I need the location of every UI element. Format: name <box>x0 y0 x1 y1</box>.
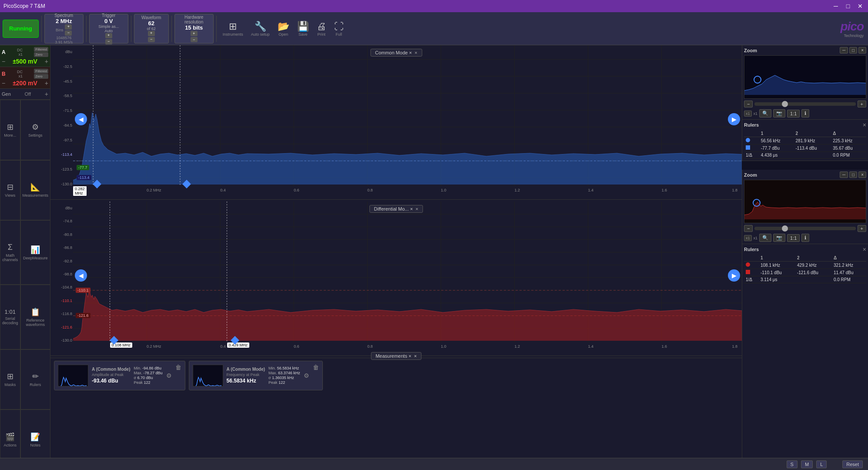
tool-serial-decoding[interactable]: 1:01 Serial decoding <box>0 285 20 349</box>
spectrum-plus[interactable]: + <box>65 24 72 30</box>
zoom-bottom-ratio[interactable]: 1:1 <box>787 234 800 242</box>
zoom-bottom-slider-thumb[interactable] <box>782 225 788 232</box>
views-icon: ⊟ <box>7 182 13 192</box>
tool-rulers[interactable]: ✏ Rulers <box>20 349 51 410</box>
zoom-bottom-camera[interactable]: 📷 <box>773 234 785 242</box>
spectrum-minus[interactable]: − <box>65 30 72 36</box>
waveform-group: Waveform 62 of 62 + − <box>134 14 169 44</box>
top-nav-left[interactable]: ◀ <box>75 113 87 125</box>
status-s-button[interactable]: S <box>787 460 798 468</box>
zoom-top-close[interactable]: × <box>858 47 866 54</box>
close-button[interactable]: ✕ <box>856 3 865 10</box>
status-l-button[interactable]: L <box>816 460 827 468</box>
tool-more[interactable]: ⊞ More... <box>0 100 20 160</box>
zoom-top-slider-thumb[interactable] <box>782 101 788 107</box>
instruments-button[interactable]: ⊞ Instruments <box>219 19 247 38</box>
trigger-plus[interactable]: + <box>105 33 112 38</box>
top-panel-close[interactable]: × <box>415 50 417 55</box>
save-button[interactable]: 💾 Save <box>294 19 312 38</box>
top-x-axis: 0.2 MHz 0.4 0.6 0.8 1.0 1.2 1.4 1.6 1.8 <box>73 186 742 198</box>
meas-gear-2[interactable]: ⚙ <box>304 372 309 379</box>
rulers-top: Rulers × 1 2 Δ 56.56 kHz 281.9 k <box>742 120 868 161</box>
bottom-nav-right[interactable]: ▶ <box>728 269 740 282</box>
measurements-bar-text: Measurements × <box>375 353 411 359</box>
tool-settings[interactable]: ⚙ Settings <box>20 100 51 160</box>
zoom-top-info[interactable]: ℹ <box>801 109 809 118</box>
channel-a-plus[interactable]: + <box>45 58 48 65</box>
channel-b-zero: Zero <box>34 74 48 79</box>
math-icon: Σ <box>8 243 13 252</box>
measurements-bar-close[interactable]: × <box>414 353 416 359</box>
zoom-top-search[interactable]: 🔍 <box>759 109 771 118</box>
zoom-bottom-minus[interactable]: − <box>744 225 753 232</box>
notes-icon: 📝 <box>30 432 40 442</box>
zoom-bottom-close[interactable]: × <box>858 171 866 178</box>
open-button[interactable]: 📂 Open <box>274 19 293 38</box>
zoom-bottom-search[interactable]: 🔍 <box>759 234 771 242</box>
channel-a-minus[interactable]: − <box>2 58 5 65</box>
minimize-button[interactable]: ─ <box>831 3 840 10</box>
zoom-top-maximize[interactable]: □ <box>849 47 857 54</box>
trigger-minus[interactable]: − <box>105 39 112 44</box>
maximize-button[interactable]: □ <box>844 3 852 10</box>
meas-gear-1[interactable]: ⚙ <box>166 372 172 379</box>
bottom-panel-close[interactable]: × <box>416 206 418 212</box>
running-button[interactable]: Running <box>3 20 39 38</box>
bx-tick-0: 0.2 MHz <box>147 344 161 349</box>
save-icon: 💾 <box>297 21 309 32</box>
top-nav-right[interactable]: ▶ <box>728 113 740 125</box>
zoom-top-minimize[interactable]: ─ <box>840 47 848 54</box>
reset-button[interactable]: Reset <box>842 460 863 468</box>
rulers-top-col2: 2 <box>794 130 831 137</box>
meas-trash-2[interactable]: 🗑 <box>313 364 319 371</box>
zoom-bottom-maximize[interactable]: □ <box>849 171 857 178</box>
zoom-top-ratio[interactable]: 1:1 <box>787 110 800 118</box>
save-label: Save <box>298 32 308 37</box>
channel-a-voltage: ±500 mV <box>13 58 37 65</box>
zoom-bottom-slider[interactable] <box>754 227 855 230</box>
channel-b-plus[interactable]: + <box>45 80 48 87</box>
waveform-plus[interactable]: + <box>148 31 155 36</box>
tool-measurements[interactable]: 📐 Measurements <box>20 160 51 221</box>
x-tick-8: 1.8 <box>732 188 737 192</box>
tool-deepmeasure[interactable]: 📊 DeepMeasure <box>20 220 51 285</box>
zoom-top-plus[interactable]: + <box>858 101 866 107</box>
zoom-bottom-plus[interactable]: + <box>858 225 866 232</box>
zoom-top-camera[interactable]: 📷 <box>773 109 785 118</box>
logo-area: pico Technology <box>840 20 864 38</box>
zoom-top-x1-label[interactable]: x1 <box>744 111 752 117</box>
bottom-db-marker-1: -110.1 <box>76 288 90 293</box>
channel-b-coupling: DC <box>17 70 23 74</box>
zoom-bottom-info[interactable]: ℹ <box>801 234 809 242</box>
auto-setup-button[interactable]: 🔧 Auto setup <box>248 19 273 38</box>
hardware-minus[interactable]: − <box>191 37 198 42</box>
gen-plus[interactable]: + <box>45 91 48 97</box>
bottom-nav-left[interactable]: ◀ <box>75 269 87 282</box>
top-panel-label-text: Common Mode × <box>375 50 412 55</box>
rulers-bottom-close[interactable]: × <box>863 246 866 253</box>
status-m-button[interactable]: M <box>801 460 813 468</box>
y-tick-9: -130.0 <box>51 182 72 186</box>
zoom-bottom-minimize[interactable]: ─ <box>840 171 848 178</box>
masks-icon: ⊞ <box>7 372 13 381</box>
separator-2 <box>86 16 87 42</box>
meas-trash-1[interactable]: 🗑 <box>175 364 181 371</box>
zoom-top-svg <box>744 56 866 98</box>
zoom-bottom-x1-label[interactable]: x1 <box>744 235 752 241</box>
rulers-top-row3-v2: 0.0 RPM <box>831 152 866 159</box>
pico-sub: Technology <box>844 34 864 38</box>
zoom-top-slider[interactable] <box>754 102 855 106</box>
tool-math-channels[interactable]: Σ Math channels <box>0 220 20 285</box>
tool-masks[interactable]: ⊞ Masks <box>0 349 20 410</box>
instruments-label: Instruments <box>223 32 243 37</box>
by-tick-9: -121.6 <box>51 325 72 329</box>
full-button[interactable]: ⛶ Full <box>331 19 347 38</box>
channel-b-minus[interactable]: − <box>2 80 5 87</box>
waveform-minus[interactable]: − <box>148 37 155 42</box>
tool-reference-waveforms[interactable]: 📋 Reference waveforms <box>20 285 51 349</box>
zoom-top-minus[interactable]: − <box>744 101 753 107</box>
hardware-plus[interactable]: + <box>191 31 198 36</box>
tool-views[interactable]: ⊟ Views <box>0 160 20 221</box>
rulers-top-close[interactable]: × <box>863 121 866 128</box>
print-button[interactable]: 🖨 Print <box>313 19 330 38</box>
